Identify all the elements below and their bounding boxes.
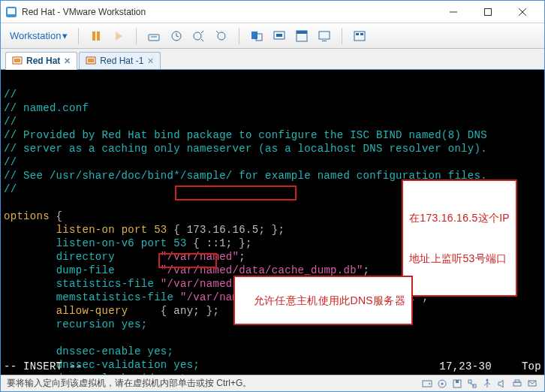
vm-console[interactable]: // // named.conf // // Provided by Red H… bbox=[1, 70, 544, 375]
annotation-text: 在173.16.16.5这个IP bbox=[409, 211, 510, 225]
semi: ; bbox=[363, 264, 370, 276]
revert-snapshot-button[interactable] bbox=[212, 26, 231, 46]
svg-rect-45 bbox=[513, 382, 521, 386]
close-icon[interactable]: ✕ bbox=[64, 56, 71, 66]
semi: ; bbox=[239, 251, 245, 263]
svg-rect-36 bbox=[456, 380, 459, 383]
sound-icon[interactable] bbox=[496, 378, 508, 390]
tab-label: Red Hat bbox=[26, 56, 60, 66]
pad bbox=[4, 264, 56, 276]
separator bbox=[342, 28, 342, 44]
hdd-icon[interactable] bbox=[421, 378, 433, 390]
directive-statistics-file: statistics-file bbox=[56, 278, 161, 290]
value: { any; }; bbox=[161, 305, 219, 317]
window-title: Red Hat - VMware Workstation bbox=[22, 7, 436, 17]
svg-rect-23 bbox=[322, 41, 327, 41]
directive-listen-on: listen-on port 53 bbox=[56, 224, 167, 236]
comment-line: // named.conf bbox=[4, 102, 89, 114]
titlebar: Red Hat - VMware Workstation bbox=[1, 1, 544, 23]
snapshot-manager-button[interactable] bbox=[189, 26, 209, 46]
comment-line: // bbox=[4, 156, 17, 168]
svg-rect-9 bbox=[149, 35, 159, 41]
svg-rect-26 bbox=[360, 33, 363, 35]
message-icon[interactable] bbox=[526, 378, 538, 390]
tab-bar: Red Hat ✕ Red Hat -1 ✕ bbox=[1, 49, 544, 70]
tab-redhat-1[interactable]: Red Hat -1 ✕ bbox=[79, 52, 161, 69]
svg-rect-24 bbox=[354, 32, 365, 41]
svg-point-15 bbox=[218, 32, 225, 40]
comment-line: // bbox=[4, 116, 17, 128]
svg-rect-6 bbox=[92, 32, 95, 41]
fullscreen-button[interactable] bbox=[315, 26, 334, 46]
value: { 173.16.16.5; }; bbox=[167, 224, 285, 236]
annotation-text: 允许任意主机使用此DNS服务器 bbox=[254, 294, 405, 306]
cd-icon[interactable] bbox=[436, 378, 448, 390]
printer-icon[interactable] bbox=[511, 378, 523, 390]
directive-dump-file: dump-file bbox=[56, 264, 161, 276]
highlight-listen-on bbox=[175, 185, 297, 201]
play-button[interactable] bbox=[109, 26, 128, 46]
thumbnail-bar-button[interactable] bbox=[350, 26, 369, 46]
pause-button[interactable] bbox=[86, 26, 106, 46]
vi-mode: -- INSERT -- bbox=[4, 360, 82, 373]
show-console-button[interactable] bbox=[247, 26, 266, 46]
send-ctrl-alt-del-button[interactable] bbox=[144, 26, 164, 46]
unity-button[interactable] bbox=[292, 26, 312, 46]
pad bbox=[4, 224, 56, 236]
tab-redhat[interactable]: Red Hat ✕ bbox=[5, 52, 77, 70]
svg-point-32 bbox=[429, 383, 430, 384]
minimize-button[interactable] bbox=[436, 2, 471, 23]
svg-rect-3 bbox=[485, 8, 492, 15]
directive-dnssec-enable: dnssec-enable yes; bbox=[56, 345, 174, 357]
separator bbox=[78, 28, 79, 44]
svg-rect-19 bbox=[276, 34, 282, 37]
usb-icon[interactable] bbox=[481, 378, 493, 390]
directive-allow-query: allow-query bbox=[56, 305, 161, 317]
maximize-button[interactable] bbox=[471, 2, 505, 23]
pad bbox=[4, 345, 56, 357]
directive-listen-on-v6: listen-on-v6 port 53 bbox=[56, 237, 187, 249]
status-message: 要将输入定向到该虚拟机，请在虚拟机内部单击或按 Ctrl+G。 bbox=[7, 377, 251, 390]
pad bbox=[4, 291, 56, 303]
svg-rect-25 bbox=[356, 33, 359, 35]
svg-rect-1 bbox=[8, 8, 15, 14]
svg-rect-22 bbox=[319, 32, 330, 39]
svg-rect-46 bbox=[515, 380, 519, 382]
chevron-down-icon: ▾ bbox=[62, 30, 68, 41]
svg-line-42 bbox=[484, 383, 487, 385]
pad bbox=[4, 237, 56, 249]
vi-location: Top bbox=[522, 360, 541, 373]
pad bbox=[4, 305, 56, 317]
network-icon[interactable] bbox=[466, 378, 478, 390]
svg-point-34 bbox=[441, 382, 444, 384]
svg-rect-16 bbox=[251, 32, 257, 39]
svg-marker-44 bbox=[498, 380, 503, 387]
svg-point-14 bbox=[194, 32, 201, 40]
tab-label: Red Hat -1 bbox=[100, 56, 143, 66]
svg-point-41 bbox=[486, 378, 489, 381]
annotation-allow-query: 允许任意主机使用此DNS服务器 bbox=[233, 276, 413, 325]
svg-line-13 bbox=[176, 36, 179, 37]
annotation-listen: 在173.16.16.5这个IP 地址上监听53号端口 bbox=[402, 179, 517, 297]
workstation-menu-label: Workstation bbox=[10, 30, 61, 41]
close-icon[interactable]: ✕ bbox=[147, 56, 154, 66]
comment-line: // bbox=[4, 89, 17, 101]
svg-line-43 bbox=[487, 382, 490, 384]
fit-guest-button[interactable] bbox=[269, 26, 289, 46]
floppy-icon[interactable] bbox=[451, 378, 463, 390]
highlight-allow-query bbox=[158, 253, 217, 268]
separator bbox=[136, 28, 137, 44]
vm-icon bbox=[12, 56, 23, 66]
pad bbox=[4, 318, 56, 330]
app-icon bbox=[5, 6, 17, 18]
directive-memstats-file: memstatistics-file bbox=[56, 291, 180, 303]
comment-line: // bbox=[4, 183, 17, 195]
snapshot-button[interactable] bbox=[167, 26, 186, 46]
pad bbox=[4, 278, 56, 290]
vi-status-line: -- INSERT -- 17,23-30 Top bbox=[1, 360, 544, 375]
comment-line: // server as a caching only nameserver (… bbox=[4, 143, 487, 155]
directive-directory: directory bbox=[56, 251, 161, 263]
workstation-menu[interactable]: Workstation ▾ bbox=[7, 27, 71, 44]
close-button[interactable] bbox=[505, 2, 540, 23]
svg-rect-28 bbox=[14, 59, 20, 62]
